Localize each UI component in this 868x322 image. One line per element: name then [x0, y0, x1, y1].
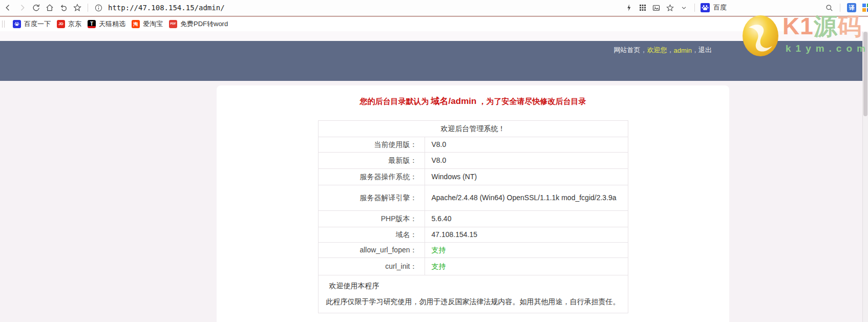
- pdf-icon: PDF: [169, 20, 177, 28]
- extensions-grid-icon[interactable]: [862, 4, 868, 12]
- table-row: allow_url_fopen：支持: [318, 243, 628, 258]
- backend-warning: 您的后台目录默认为 域名/admin ，为了安全请尽快修改后台目录: [217, 85, 729, 107]
- info-label: 服务器操作系统：: [318, 169, 425, 185]
- flash-lightning-icon[interactable]: [622, 2, 636, 14]
- username-text: admin: [674, 47, 692, 54]
- bookmark-label: 免费PDF转word: [180, 19, 228, 29]
- viewport-top-strip: [0, 31, 868, 41]
- bookmark-glyph: JD: [58, 22, 63, 26]
- bookmark-glyph: PDF: [171, 23, 176, 26]
- info-value: V8.0: [425, 137, 628, 153]
- toolbar-right-cluster: 译: [822, 0, 868, 15]
- table-note-row: 欢迎使用本程序此程序仅限于学习研究使用，勿用于违反国家法律法规内容。如用其他用途…: [318, 275, 628, 313]
- jd-icon: JD: [57, 20, 65, 28]
- bookmark-item[interactable]: JD京东: [57, 19, 81, 29]
- scrollbar-track[interactable]: [862, 32, 868, 322]
- info-label: curl_init：: [318, 258, 425, 275]
- table-title: 欢迎后台管理系统！: [318, 121, 628, 137]
- bookmark-label: 京东: [68, 19, 81, 29]
- baidu-paw-icon: [701, 3, 710, 12]
- page-background: 您的后台目录默认为 域名/admin ，为了安全请尽快修改后台目录 欢迎后台管理…: [0, 81, 868, 322]
- info-label: allow_url_fopen：: [318, 243, 425, 258]
- site-info-icon[interactable]: [92, 2, 105, 14]
- bookmark-glyph: T: [90, 22, 93, 27]
- comma-separator: ，: [667, 46, 674, 54]
- translate-icon[interactable]: 译: [847, 3, 856, 12]
- scrollbar-thumb[interactable]: [863, 32, 867, 116]
- screenshot-icon[interactable]: [649, 2, 663, 14]
- address-bar-url[interactable]: http://47.108.154.15/admin/: [108, 4, 225, 12]
- toolbar-mid-cluster: 百度: [622, 0, 727, 15]
- toolbar-separator: [840, 4, 840, 12]
- search-engine-selector[interactable]: 百度: [701, 3, 727, 12]
- search-icon[interactable]: [822, 2, 836, 14]
- bookmark-item[interactable]: 百度一下: [13, 19, 51, 29]
- info-label: PHP版本：: [318, 211, 425, 227]
- info-value: 支持: [425, 243, 628, 258]
- info-label: 最新版：: [318, 153, 425, 169]
- bookmark-star-icon[interactable]: [663, 2, 677, 14]
- bookmarks-drag-handle: [2, 20, 5, 28]
- table-note-cell: 欢迎使用本程序此程序仅限于学习研究使用，勿用于违反国家法律法规内容。如用其他用途…: [318, 275, 628, 313]
- apps-grid-icon[interactable]: [636, 2, 649, 14]
- table-row: 最新版：V8.0: [318, 153, 628, 169]
- bookmarks-items: 百度一下JD京东T天猫精选淘爱淘宝PDF免费PDF转word: [13, 19, 234, 29]
- logout-link[interactable]: 退出: [698, 46, 712, 54]
- forward-button[interactable]: [15, 2, 29, 14]
- table-row: 服务器操作系统：Windows (NT): [318, 169, 628, 185]
- info-value: 5.6.40: [425, 211, 628, 227]
- info-value: Windows (NT): [425, 169, 628, 185]
- bookmark-glyph: 淘: [134, 22, 138, 27]
- taobao-icon: 淘: [132, 20, 140, 28]
- bookmark-label: 爱淘宝: [143, 19, 163, 29]
- server-info-table: 欢迎后台管理系统！当前使用版：V8.0最新版：V8.0服务器操作系统：Windo…: [318, 120, 628, 313]
- site-home-link[interactable]: 网站首页: [614, 46, 641, 54]
- info-label: 域名：: [318, 227, 425, 243]
- undo-button[interactable]: [56, 2, 70, 14]
- table-row: 当前使用版：V8.0: [318, 137, 628, 153]
- bookmark-item[interactable]: T天猫精选: [88, 19, 125, 29]
- info-value: 支持: [425, 258, 628, 275]
- info-value: Apache/2.4.48 (Win64) OpenSSL/1.1.1k mod…: [425, 185, 628, 211]
- warning-prefix: 您的后台目录默认为: [359, 97, 431, 105]
- table-row: curl_init：支持: [318, 258, 628, 275]
- refresh-button[interactable]: [29, 2, 43, 14]
- comma-separator: ，: [692, 46, 698, 54]
- toolbar-separator: [694, 4, 695, 12]
- disclaimer-note: 此程序仅限于学习研究使用，勿用于违反国家法律法规内容。如用其他用途，自行承担责任…: [319, 297, 628, 307]
- welcome-note: 欢迎使用本程序: [319, 282, 628, 291]
- home-button[interactable]: [43, 2, 56, 14]
- info-value: V8.0: [425, 153, 628, 169]
- chevron-down-icon[interactable]: [677, 2, 691, 14]
- info-label: 当前使用版：: [318, 137, 425, 153]
- bookmark-item[interactable]: 淘爱淘宝: [132, 19, 163, 29]
- warning-path: 域名/admin: [431, 96, 477, 106]
- user-links: 网站首页，欢迎您，admin，退出: [614, 46, 712, 55]
- table-row: PHP版本：5.6.40: [318, 211, 628, 227]
- favorite-star-icon[interactable]: [70, 2, 84, 14]
- browser-toolbar: http://47.108.154.15/admin/: [0, 0, 868, 16]
- table-title-row: 欢迎后台管理系统！: [318, 121, 628, 137]
- table-row: 服务器解译引擎：Apache/2.4.48 (Win64) OpenSSL/1.…: [318, 185, 628, 211]
- tmall-icon: T: [88, 20, 96, 28]
- server-info-tbody: 欢迎后台管理系统！当前使用版：V8.0最新版：V8.0服务器操作系统：Windo…: [318, 121, 628, 313]
- info-value: 47.108.154.15: [425, 227, 628, 243]
- warning-suffix: ，为了安全请尽快修改后台目录: [476, 97, 586, 105]
- bookmark-label: 百度一下: [24, 19, 51, 29]
- comma-separator: ，: [641, 46, 647, 54]
- bookmarks-bar: 百度一下JD京东T天猫精选淘爱淘宝PDF免费PDF转word: [0, 16, 868, 32]
- bookmark-item[interactable]: PDF免费PDF转word: [169, 19, 228, 29]
- toolbar-separator: [88, 4, 88, 12]
- back-button[interactable]: [1, 2, 15, 14]
- site-header: 网站首页，欢迎您，admin，退出 首页设置: [0, 41, 868, 81]
- search-engine-label: 百度: [713, 3, 727, 12]
- table-row: 域名：47.108.154.15: [318, 227, 628, 243]
- welcome-text: 欢迎您: [647, 46, 667, 54]
- baidu-paw-icon: [13, 20, 21, 28]
- content-card: 您的后台目录默认为 域名/admin ，为了安全请尽快修改后台目录 欢迎后台管理…: [217, 85, 729, 322]
- info-label: 服务器解译引擎：: [318, 185, 425, 211]
- bookmark-label: 天猫精选: [99, 19, 125, 29]
